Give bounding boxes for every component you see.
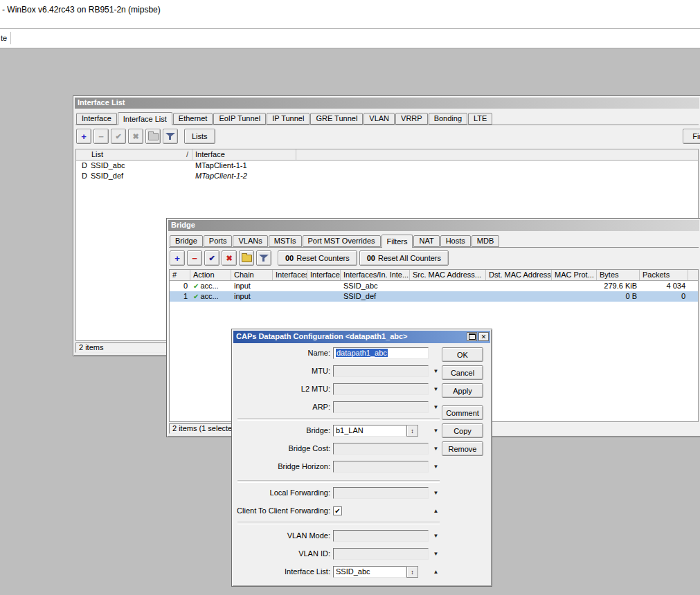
- arp-input[interactable]: [333, 401, 429, 413]
- menubar-fragment[interactable]: te: [0, 32, 11, 44]
- name-input[interactable]: datapath1_abc: [333, 347, 429, 359]
- plus-icon: +: [81, 131, 87, 142]
- interface-list-window-title: Interface List: [78, 98, 125, 107]
- reset-all-counters-button[interactable]: 00 Reset All Counters: [359, 250, 449, 266]
- local-forwarding-expand-toggle[interactable]: ▼: [431, 487, 441, 499]
- bridge-horizon-row: Bridge Horizon: ▼: [232, 461, 492, 473]
- column-header-list[interactable]: List /: [76, 149, 192, 160]
- comment-button[interactable]: Comment: [442, 405, 483, 420]
- table-row-ssid-def[interactable]: DSSID_def MTapClient-1-2: [76, 171, 698, 181]
- tab-interface[interactable]: Interface: [76, 113, 117, 125]
- interface-list-dropdown-button[interactable]: ↕: [406, 566, 418, 578]
- window-icon: [469, 333, 476, 340]
- cancel-button[interactable]: Cancel: [442, 365, 483, 380]
- bridge-combobox[interactable]: b1_LAN: [333, 425, 406, 437]
- mtu-input[interactable]: [333, 365, 429, 377]
- bridge-cost-expand-toggle[interactable]: ▼: [431, 443, 441, 455]
- bridge-horizon-expand-toggle[interactable]: ▼: [431, 461, 441, 473]
- dialog-titlebar[interactable]: CAPs Datapath Configuration <datapath1_a…: [233, 331, 490, 343]
- column-header-bytes[interactable]: Bytes: [597, 270, 640, 280]
- client-to-client-checkbox[interactable]: ✔: [333, 506, 342, 515]
- tab-vlans[interactable]: VLANs: [233, 235, 267, 247]
- table-row-ssid-abc[interactable]: DSSID_abc MTapClient-1-1: [76, 161, 698, 171]
- interface-list-titlebar[interactable]: Interface List: [75, 98, 699, 109]
- column-header-num[interactable]: #: [170, 270, 190, 280]
- tab-mstis[interactable]: MSTIs: [269, 235, 302, 247]
- bridge-expand-toggle[interactable]: ▼: [431, 425, 441, 437]
- bridge-horizon-input[interactable]: [333, 461, 429, 473]
- tab-ip-tunnel[interactable]: IP Tunnel: [267, 113, 309, 125]
- tab-bonding[interactable]: Bonding: [429, 113, 467, 125]
- tab-bridge[interactable]: Bridge: [170, 235, 203, 247]
- interface-list-combobox[interactable]: SSID_abc: [333, 566, 406, 578]
- enable-button[interactable]: ✔: [111, 129, 126, 144]
- tab-gre-tunnel[interactable]: GRE Tunnel: [310, 113, 363, 125]
- remove-button[interactable]: Remove: [442, 441, 483, 456]
- bridge-titlebar[interactable]: Bridge: [168, 220, 699, 231]
- column-header-interfaces-2[interactable]: Interfaces...: [307, 270, 341, 280]
- column-header-dst-mac[interactable]: Dst. MAC Address...: [486, 270, 552, 280]
- mtu-expand-toggle[interactable]: ▼: [431, 365, 441, 377]
- client-to-client-collapse-toggle[interactable]: ▲: [431, 505, 441, 517]
- filter-rule-row-0[interactable]: 0 ✔acc... input SSID_abc 279.6 KiB 4 034: [170, 281, 698, 291]
- tab-mdb[interactable]: MDB: [472, 235, 499, 247]
- arp-expand-toggle[interactable]: ▼: [431, 401, 441, 413]
- folder-icon: [242, 255, 252, 262]
- tab-vrrp[interactable]: VRRP: [395, 113, 428, 125]
- reset-counters-button[interactable]: 00 Reset Counters: [278, 250, 357, 266]
- updown-icon: ↕: [411, 428, 414, 434]
- filter-button[interactable]: [163, 129, 178, 144]
- ok-button[interactable]: OK: [442, 347, 483, 362]
- column-header-in-interface-list[interactable]: Interfaces/In. Inte...: [341, 270, 410, 280]
- disable-button[interactable]: ✖: [128, 129, 143, 144]
- tab-port-mst-overrides[interactable]: Port MST Overrides: [303, 235, 381, 247]
- bridge-cost-label: Bridge Cost:: [232, 443, 330, 455]
- column-header-chain[interactable]: Chain: [231, 270, 273, 280]
- tab-hosts[interactable]: Hosts: [440, 235, 471, 247]
- find-button[interactable]: Find: [683, 129, 700, 144]
- rollup-button[interactable]: [467, 332, 477, 341]
- filter-button[interactable]: [256, 250, 271, 266]
- vlan-mode-input[interactable]: [333, 530, 429, 542]
- comment-button[interactable]: [145, 129, 161, 144]
- comment-button[interactable]: [239, 250, 254, 266]
- l2mtu-input[interactable]: [333, 383, 429, 395]
- vlan-id-input[interactable]: [333, 548, 429, 560]
- add-button[interactable]: +: [76, 129, 91, 144]
- bridge-dropdown-button[interactable]: ↕: [406, 425, 418, 437]
- copy-button[interactable]: Copy: [442, 423, 483, 438]
- add-button[interactable]: +: [170, 250, 185, 266]
- column-header-src-mac[interactable]: Src. MAC Address...: [410, 270, 486, 280]
- tab-vlan[interactable]: VLAN: [364, 113, 395, 125]
- column-header-interface[interactable]: Interface: [192, 149, 296, 160]
- remove-button[interactable]: −: [93, 129, 109, 144]
- list-name: SSID_def: [91, 172, 123, 180]
- column-header-action[interactable]: Action: [190, 270, 231, 280]
- enable-button[interactable]: ✔: [204, 250, 219, 266]
- local-forwarding-input[interactable]: [333, 487, 429, 499]
- column-header-mac-protocol[interactable]: MAC Prot...: [552, 270, 597, 280]
- lists-button[interactable]: Lists: [184, 129, 215, 144]
- disable-button[interactable]: ✖: [222, 250, 237, 266]
- tab-interface-list[interactable]: Interface List: [118, 112, 172, 125]
- apply-button[interactable]: Apply: [442, 383, 483, 398]
- close-button[interactable]: ✕: [478, 332, 489, 341]
- remove-button[interactable]: −: [187, 250, 202, 266]
- vlan-id-expand-toggle[interactable]: ▼: [431, 548, 441, 560]
- column-header-packets[interactable]: Packets: [640, 270, 688, 280]
- bridge-tabs: Bridge Ports VLANs MSTIs Port MST Overri…: [170, 234, 500, 248]
- client-to-client-row: Client To Client Forwarding: ✔ ▲: [232, 505, 492, 517]
- tab-lte[interactable]: LTE: [468, 113, 492, 125]
- tab-filters[interactable]: Filters: [382, 235, 413, 248]
- tab-ethernet[interactable]: Ethernet: [173, 113, 213, 125]
- column-header-interfaces-1[interactable]: Interfaces...: [273, 270, 307, 280]
- interface-list-collapse-toggle[interactable]: ▲: [431, 566, 441, 578]
- tab-eoip-tunnel[interactable]: EoIP Tunnel: [213, 113, 266, 125]
- interface-list-row: Interface List: SSID_abc ↕ ▲: [232, 566, 492, 578]
- filter-rule-row-1[interactable]: 1 ✔acc... input SSID_def 0 B 0: [170, 291, 698, 302]
- tab-nat[interactable]: NAT: [413, 235, 439, 247]
- tab-ports[interactable]: Ports: [204, 235, 233, 247]
- vlan-mode-expand-toggle[interactable]: ▼: [431, 530, 441, 542]
- l2mtu-expand-toggle[interactable]: ▼: [431, 383, 441, 395]
- bridge-cost-input[interactable]: [333, 443, 429, 455]
